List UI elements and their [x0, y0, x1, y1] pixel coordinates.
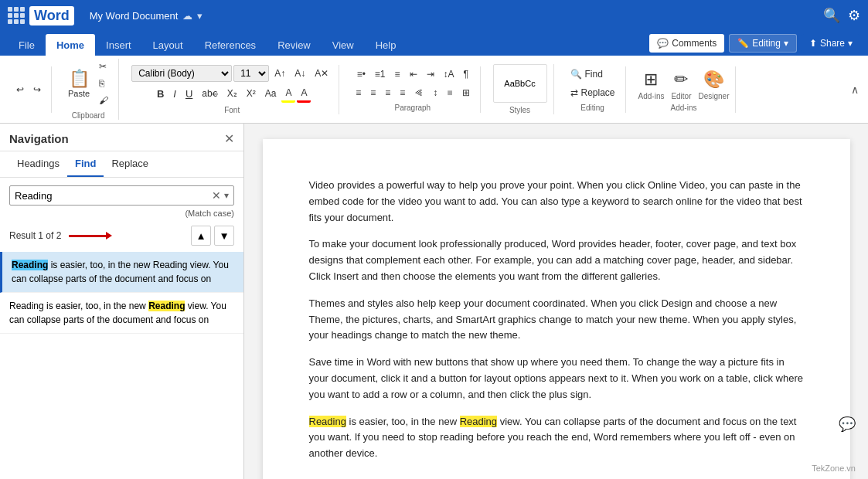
column-button[interactable]: ⫷: [410, 85, 427, 100]
paste-button[interactable]: 📋 Paste: [64, 66, 94, 100]
shading-button[interactable]: ■: [443, 85, 456, 100]
align-left-button[interactable]: ≡: [352, 85, 365, 100]
styles-label: Styles: [509, 106, 530, 114]
increase-indent-button[interactable]: ⇥: [423, 66, 438, 82]
nav-tab-replace[interactable]: Replace: [104, 151, 156, 177]
nav-close-button[interactable]: ✕: [224, 131, 234, 146]
result-items-list: Reading is easier, too, in the new Readi…: [0, 252, 243, 479]
document-title: My Word Document: [90, 10, 179, 22]
multilevel-list-button[interactable]: ≡: [391, 66, 404, 82]
superscript-button[interactable]: X²: [243, 86, 260, 101]
comment-icon-doc[interactable]: 💬: [839, 416, 856, 433]
format-painter-button[interactable]: 🖌: [95, 93, 112, 108]
editing-button[interactable]: ✏️ Editing ▾: [729, 34, 797, 53]
tab-insert[interactable]: Insert: [95, 34, 142, 56]
search-options-chevron[interactable]: ▾: [224, 190, 229, 201]
sort-button[interactable]: ↕A: [440, 66, 458, 82]
clear-format-button[interactable]: A✕: [311, 66, 332, 81]
undo-redo-group: ↩ ↪: [6, 66, 52, 113]
increase-font-button[interactable]: A↑: [271, 66, 289, 81]
italic-button[interactable]: I: [169, 86, 180, 102]
copy-button[interactable]: ⎘: [95, 76, 112, 91]
waffle-icon[interactable]: [8, 7, 25, 24]
paragraph-label: Paragraph: [394, 104, 431, 112]
strikethrough-button[interactable]: abc̶: [198, 86, 221, 101]
search-area: ✕ ▾ (Match case): [0, 178, 243, 226]
font-size-select[interactable]: 11 12 14: [233, 65, 269, 82]
tab-review[interactable]: Review: [267, 34, 322, 56]
result-arrow: [69, 235, 107, 237]
editor-button[interactable]: ✏: [670, 67, 692, 92]
addins-button[interactable]: ⊞: [640, 67, 662, 92]
nav-tab-find[interactable]: Find: [67, 151, 104, 177]
title-right-area: 🔍 ⚙: [823, 7, 860, 24]
share-button[interactable]: ⬆ Share ▾: [802, 34, 860, 53]
font-color-button[interactable]: A: [297, 85, 311, 103]
highlight-button[interactable]: A: [281, 85, 295, 103]
tab-home[interactable]: Home: [46, 34, 95, 56]
doc-text-after-reading: is easier, too, in the new: [349, 416, 460, 427]
styles-gallery[interactable]: AaBbCc: [493, 64, 547, 103]
text-case-button[interactable]: Aa: [261, 86, 281, 101]
chevron-down-icon: ▾: [848, 38, 853, 49]
chevron-down-icon: ▾: [784, 38, 788, 49]
doc-highlight-reading-1: Reading: [309, 416, 346, 427]
result-item-2[interactable]: Reading is easier, too, in the new Readi…: [0, 293, 243, 334]
decrease-font-button[interactable]: A↓: [291, 66, 309, 81]
result-count: Result 1 of 2: [9, 230, 191, 241]
result-nav: Result 1 of 2 ▲ ▼: [0, 226, 243, 252]
editing-group-label: Editing: [580, 104, 604, 112]
cloud-icon: ☁: [182, 10, 192, 22]
search-icon[interactable]: 🔍: [823, 7, 840, 24]
designer-button[interactable]: 🎨: [700, 67, 728, 92]
tab-references[interactable]: References: [194, 34, 267, 56]
next-result-button[interactable]: ▼: [214, 226, 234, 246]
align-center-button[interactable]: ≡: [366, 85, 380, 100]
justify-button[interactable]: ≡: [396, 85, 409, 100]
nav-tab-headings[interactable]: Headings: [9, 151, 67, 177]
styles-group: AaBbCc Styles: [487, 64, 554, 114]
align-right-button[interactable]: ≡: [381, 85, 394, 100]
decrease-indent-button[interactable]: ⇤: [406, 66, 421, 82]
tab-view[interactable]: View: [322, 34, 365, 56]
clear-search-button[interactable]: ✕: [212, 189, 221, 202]
redo-button[interactable]: ↪: [29, 82, 45, 97]
borders-button[interactable]: ⊞: [458, 85, 474, 100]
clipboard-group: 📋 Paste ✂ ⎘ 🖌 Clipboard: [58, 59, 119, 120]
chevron-down-icon[interactable]: ▾: [197, 10, 203, 22]
line-spacing-button[interactable]: ↕: [429, 85, 441, 100]
replace-button[interactable]: ⇄ Replace: [567, 85, 619, 100]
nav-tabs: Headings Find Replace: [0, 151, 243, 178]
result-1-highlight: Reading: [12, 260, 48, 270]
designer-label: Designer: [698, 92, 729, 100]
tab-help[interactable]: Help: [365, 34, 407, 56]
toolbar-expand-button[interactable]: ∧: [848, 80, 862, 99]
comments-button[interactable]: 💬 Comments: [649, 34, 724, 53]
show-formatting-button[interactable]: ¶: [460, 66, 472, 82]
result-2-before: Reading is easier, too, in the new: [9, 301, 148, 311]
title-bar: Word My Word Document ☁ ▾ 🔍 ⚙: [0, 0, 868, 31]
find-button[interactable]: 🔍 Find: [567, 66, 607, 82]
doc-paragraph-2: To make your document look professionall…: [309, 236, 804, 284]
bullets-button[interactable]: ≡•: [353, 66, 369, 82]
bold-button[interactable]: B: [153, 86, 168, 102]
numbering-button[interactable]: ≡1: [371, 66, 390, 82]
undo-button[interactable]: ↩: [12, 82, 28, 97]
subscript-button[interactable]: X₂: [223, 86, 241, 101]
navigation-panel: Navigation ✕ Headings Find Replace ✕ ▾ (…: [0, 124, 244, 479]
doc-highlight-reading-2: Reading: [460, 416, 497, 427]
document-area: Video provides a powerful way to help yo…: [244, 124, 868, 479]
search-input[interactable]: [15, 190, 209, 202]
tab-layout[interactable]: Layout: [142, 34, 194, 56]
cut-button[interactable]: ✂: [95, 59, 112, 74]
nav-arrows: ▲ ▼: [191, 226, 234, 246]
result-item-1[interactable]: Reading is easier, too, in the new Readi…: [0, 252, 243, 293]
underline-button[interactable]: U: [182, 86, 196, 102]
font-family-select[interactable]: Calibri (Body): [131, 65, 232, 82]
search-box: ✕ ▾: [9, 185, 234, 206]
tab-file[interactable]: File: [8, 34, 46, 56]
settings-icon[interactable]: ⚙: [848, 7, 860, 24]
ribbon-tabs-bar: File Home Insert Layout References Revie…: [0, 31, 868, 56]
doc-paragraph-3: Themes and styles also help keep your do…: [309, 296, 804, 344]
prev-result-button[interactable]: ▲: [191, 226, 211, 246]
